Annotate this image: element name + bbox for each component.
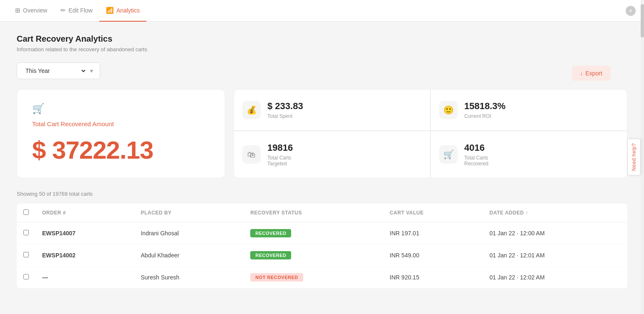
total-spent-label: Total Spent — [267, 113, 303, 119]
col-placed-by: PLACED BY — [134, 204, 244, 222]
export-label: Export — [586, 70, 602, 77]
total-spent-icon: 💰 — [242, 101, 261, 119]
stat-carts-recovered: 🛒 4016 Total CartsRecovered — [431, 131, 627, 178]
stat-carts-targeted-content: 19816 Total CartsTargeted — [267, 142, 293, 166]
tab-overview[interactable]: ⊞ Overview — [8, 0, 54, 22]
tab-edit-flow-label: Edit Flow — [68, 7, 93, 14]
recovery-status: RECOVERED — [244, 222, 383, 244]
table-info: Showing 50 of 19769 total carts — [17, 191, 627, 197]
order-number: --- — [35, 267, 134, 289]
row-checkbox-cell — [17, 222, 35, 244]
date-added: 01 Jan 22 · 12:02 AM — [483, 267, 627, 289]
roi-value: 15818.3% — [464, 101, 506, 112]
carts-targeted-icon: 🛍 — [242, 145, 261, 164]
need-help-button[interactable]: Need help? — [627, 139, 641, 175]
status-badge: RECOVERED — [250, 229, 291, 237]
cart-value: INR 197.01 — [383, 222, 483, 244]
row-checkbox-0[interactable] — [23, 230, 29, 235]
stat-carts-targeted: 🛍 19816 Total CartsTargeted — [234, 131, 430, 178]
top-nav: ⊞ Overview ✏ Edit Flow 📶 Analytics × — [0, 0, 644, 22]
select-all-header — [17, 204, 35, 222]
filter-row: This Year Last Year Last 30 Days Last 7 … — [17, 62, 627, 79]
cart-value: INR 920.15 — [383, 267, 483, 289]
total-recovered-amount: $ 37222.13 — [32, 136, 210, 164]
table-row: EWSP14007 Indrani Ghosal RECOVERED INR 1… — [17, 222, 627, 244]
status-badge: NOT RECOVERED — [250, 273, 303, 282]
row-checkbox-1[interactable] — [23, 252, 29, 257]
need-help-container: Need help? — [627, 139, 641, 175]
tab-analytics-label: Analytics — [116, 7, 140, 14]
recovery-status: NOT RECOVERED — [244, 267, 383, 289]
placed-by: Indrani Ghosal — [134, 222, 244, 244]
date-filter-select[interactable]: This Year Last Year Last 30 Days Last 7 … — [24, 67, 87, 75]
page-title: Cart Recovery Analytics — [17, 34, 627, 44]
carts-recovered-icon: 🛒 — [439, 145, 458, 164]
stat-total-spent: 💰 $ 233.83 Total Spent — [234, 90, 430, 130]
overview-icon: ⊞ — [15, 7, 20, 14]
page-subtitle: Information related to the recovery of a… — [17, 46, 627, 52]
total-spent-value: $ 233.83 — [267, 101, 303, 112]
stat-current-roi: 🙂 15818.3% Current ROI — [431, 90, 627, 130]
date-added: 01 Jan 22 · 12:01 AM — [483, 244, 627, 267]
select-all-checkbox[interactable] — [23, 209, 29, 215]
total-recovered-label: Total Cart Recovered Amount — [32, 120, 210, 127]
col-order: ORDER # — [35, 204, 134, 222]
recovery-status: RECOVERED — [244, 244, 383, 267]
table-row: --- Suresh Suresh NOT RECOVERED INR 920.… — [17, 267, 627, 289]
carts-recovered-value: 4016 — [464, 142, 488, 153]
scrollbar-thumb[interactable] — [641, 4, 644, 37]
date-filter[interactable]: This Year Last Year Last 30 Days Last 7 … — [17, 62, 100, 79]
carts-recovered-label: Total CartsRecovered — [464, 155, 488, 167]
roi-label: Current ROI — [464, 113, 506, 119]
header-area: Cart Recovery Analytics Information rela… — [17, 34, 627, 52]
main-content: Cart Recovery Analytics Information rela… — [0, 22, 644, 301]
roi-icon: 🙂 — [439, 101, 458, 119]
stat-carts-recovered-content: 4016 Total CartsRecovered — [464, 142, 488, 166]
carts-targeted-value: 19816 — [267, 142, 293, 153]
export-button[interactable]: ↓ Export — [572, 66, 611, 81]
col-date-added: DATE ADDED ↑ — [483, 204, 627, 222]
table-row: EWSP14002 Abdul Khadeer RECOVERED INR 54… — [17, 244, 627, 267]
placed-by: Abdul Khadeer — [134, 244, 244, 267]
tab-analytics[interactable]: 📶 Analytics — [99, 0, 146, 22]
stat-roi-content: 15818.3% Current ROI — [464, 101, 506, 119]
stats-grid: 💰 $ 233.83 Total Spent 🙂 15818.3% Curren… — [234, 89, 627, 178]
edit-icon: ✏ — [60, 7, 66, 14]
scrollbar-track[interactable] — [641, 0, 644, 301]
close-button[interactable]: × — [626, 6, 636, 16]
total-recovered-card: 🛒 Total Cart Recovered Amount $ 37222.13 — [17, 89, 225, 178]
date-added: 01 Jan 22 · 12:00 AM — [483, 222, 627, 244]
order-number: EWSP14007 — [35, 222, 134, 244]
col-status: RECOVERY STATUS — [244, 204, 383, 222]
analytics-icon: 📶 — [106, 7, 114, 14]
cart-value: INR 549.00 — [383, 244, 483, 267]
row-checkbox-2[interactable] — [23, 274, 29, 279]
cards-row: 🛒 Total Cart Recovered Amount $ 37222.13… — [17, 89, 627, 178]
carts-targeted-label: Total CartsTargeted — [267, 155, 293, 167]
stat-total-spent-content: $ 233.83 Total Spent — [267, 101, 303, 119]
order-number: EWSP14002 — [35, 244, 134, 267]
orders-table: ORDER # PLACED BY RECOVERY STATUS CART V… — [17, 204, 627, 288]
row-checkbox-cell — [17, 267, 35, 289]
col-cart-value: CART VALUE — [383, 204, 483, 222]
table-section: Showing 50 of 19769 total carts ORDER # … — [17, 191, 627, 288]
table-header-row: ORDER # PLACED BY RECOVERY STATUS CART V… — [17, 204, 627, 222]
status-badge: RECOVERED — [250, 251, 291, 259]
placed-by: Suresh Suresh — [134, 267, 244, 289]
tab-edit-flow[interactable]: ✏ Edit Flow — [54, 0, 99, 22]
cart-recovered-icon: 🛒 — [32, 103, 210, 115]
tab-overview-label: Overview — [23, 7, 47, 14]
chevron-down-icon: ▾ — [90, 67, 93, 74]
row-checkbox-cell — [17, 244, 35, 267]
export-icon: ↓ — [580, 70, 583, 77]
